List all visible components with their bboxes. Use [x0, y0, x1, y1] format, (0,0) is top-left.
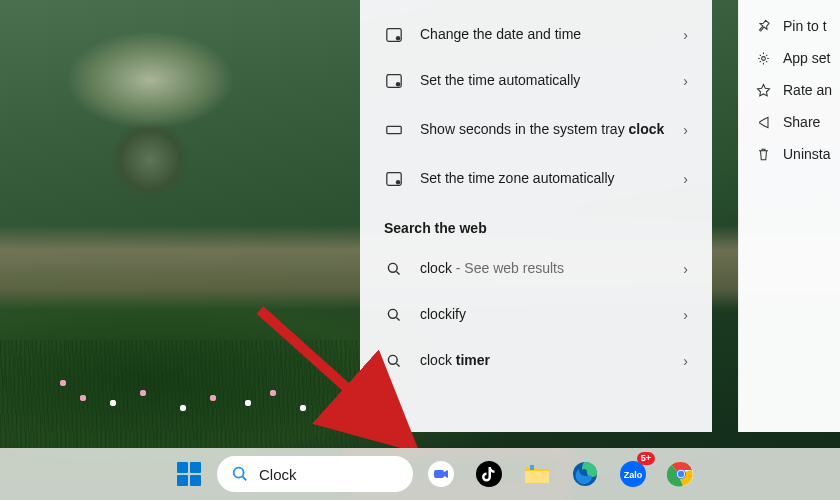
- tiktok-icon: [475, 460, 503, 488]
- svg-point-13: [761, 56, 765, 60]
- svg-point-15: [234, 468, 244, 478]
- svg-line-8: [396, 271, 399, 274]
- context-app-settings[interactable]: App set: [739, 42, 840, 74]
- svg-rect-18: [434, 470, 444, 478]
- result-timezone-auto[interactable]: Set the time zone automatically ›: [360, 156, 712, 202]
- notification-badge: 5+: [637, 452, 655, 465]
- taskbar-app-tiktok[interactable]: [469, 454, 509, 494]
- gear-icon: [755, 50, 771, 66]
- pin-icon: [755, 18, 771, 34]
- svg-line-12: [396, 363, 399, 366]
- web-result-clockify[interactable]: clockify ›: [360, 292, 712, 338]
- svg-line-10: [396, 317, 399, 320]
- result-label: Show seconds in the system tray clock: [420, 121, 667, 139]
- search-icon: [231, 465, 249, 483]
- chevron-right-icon: ›: [683, 171, 688, 187]
- taskbar-app-zalo[interactable]: Zalo 5+: [613, 454, 653, 494]
- chevron-right-icon: ›: [683, 261, 688, 277]
- svg-point-3: [396, 82, 401, 87]
- app-context-panel: Pin to t App set Rate an Share Uninsta: [738, 0, 840, 432]
- result-label: clockify: [420, 306, 667, 324]
- web-result-clock-timer[interactable]: clock timer ›: [360, 338, 712, 384]
- search-icon: [384, 351, 404, 371]
- context-label: App set: [783, 50, 830, 66]
- video-chat-icon: [427, 460, 455, 488]
- svg-rect-20: [525, 471, 549, 483]
- svg-point-7: [388, 263, 397, 272]
- chevron-right-icon: ›: [683, 27, 688, 43]
- chevron-right-icon: ›: [683, 73, 688, 89]
- result-label: Set the time zone automatically: [420, 170, 667, 188]
- trash-icon: [755, 146, 771, 162]
- result-label: Set the time automatically: [420, 72, 667, 90]
- svg-rect-21: [530, 465, 534, 470]
- search-input[interactable]: [259, 466, 399, 483]
- taskbar: Zalo 5+: [0, 448, 840, 500]
- svg-point-11: [388, 355, 397, 364]
- context-rate[interactable]: Rate an: [739, 74, 840, 106]
- result-show-seconds[interactable]: Show seconds in the system tray clock ›: [360, 104, 712, 156]
- taskbar-app-edge[interactable]: [565, 454, 605, 494]
- svg-point-9: [388, 309, 397, 318]
- search-icon: [384, 305, 404, 325]
- chrome-icon: [667, 460, 695, 488]
- taskbar-app-meet[interactable]: [421, 454, 461, 494]
- result-change-date-time[interactable]: Change the date and time ›: [360, 12, 712, 58]
- svg-point-28: [678, 471, 684, 477]
- web-result-clock[interactable]: clock - See web results ›: [360, 246, 712, 292]
- taskbar-settings-icon: [384, 120, 404, 140]
- taskbar-search[interactable]: [217, 456, 413, 492]
- context-share[interactable]: Share: [739, 106, 840, 138]
- chevron-right-icon: ›: [683, 122, 688, 138]
- taskbar-app-chrome[interactable]: [661, 454, 701, 494]
- svg-point-1: [396, 36, 401, 41]
- result-label: Change the date and time: [420, 26, 667, 44]
- svg-line-16: [243, 477, 247, 481]
- chevron-right-icon: ›: [683, 353, 688, 369]
- search-icon: [384, 259, 404, 279]
- result-label: clock timer: [420, 352, 667, 370]
- clock-settings-icon: [384, 25, 404, 45]
- taskbar-app-explorer[interactable]: [517, 454, 557, 494]
- context-label: Rate an: [783, 82, 832, 98]
- clock-settings-icon: [384, 71, 404, 91]
- section-search-the-web: Search the web: [360, 202, 712, 246]
- windows-logo-icon: [177, 462, 201, 486]
- start-button[interactable]: [169, 454, 209, 494]
- chevron-right-icon: ›: [683, 307, 688, 323]
- context-label: Uninsta: [783, 146, 830, 162]
- svg-text:Zalo: Zalo: [624, 470, 643, 480]
- svg-rect-4: [387, 126, 401, 133]
- start-search-results: Change the date and time › Set the time …: [360, 0, 712, 432]
- folder-icon: [523, 461, 551, 487]
- context-pin[interactable]: Pin to t: [739, 10, 840, 42]
- share-icon: [755, 114, 771, 130]
- context-label: Pin to t: [783, 18, 827, 34]
- svg-point-6: [396, 180, 401, 185]
- edge-icon: [571, 460, 599, 488]
- result-time-auto[interactable]: Set the time automatically ›: [360, 58, 712, 104]
- clock-settings-icon: [384, 169, 404, 189]
- context-label: Share: [783, 114, 820, 130]
- star-icon: [755, 82, 771, 98]
- result-label: clock - See web results: [420, 260, 667, 278]
- context-uninstall[interactable]: Uninsta: [739, 138, 840, 170]
